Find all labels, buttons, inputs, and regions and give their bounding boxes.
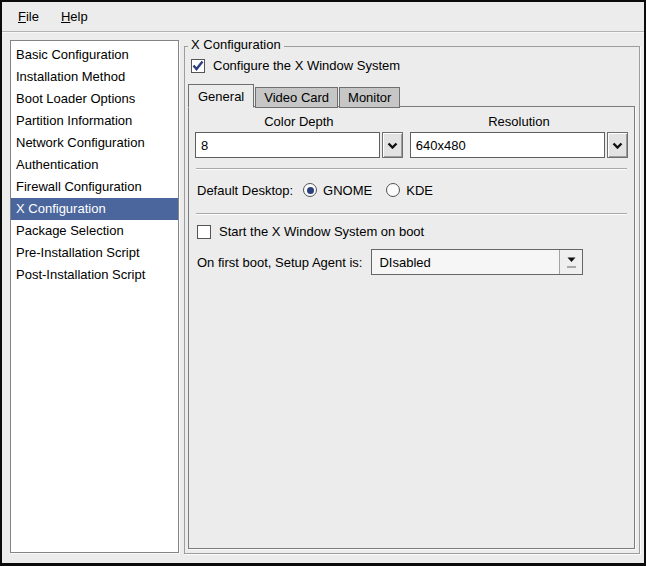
configure-x-row: Configure the X Window System: [191, 58, 400, 73]
color-depth-label: Color Depth: [195, 114, 403, 129]
tab-general[interactable]: General: [188, 84, 254, 108]
section-list: Basic Configuration Installation Method …: [10, 40, 179, 553]
menu-file[interactable]: File: [7, 6, 50, 27]
depth-resolution-row: Color Depth 8 Resolution: [195, 112, 628, 158]
tab-video-card[interactable]: Video Card: [255, 87, 338, 108]
sidebar-item-authentication[interactable]: Authentication: [11, 154, 178, 176]
arrow-down-icon: [567, 257, 576, 263]
configure-x-label: Configure the X Window System: [213, 58, 400, 73]
tab-strip: General Video Card Monitor: [188, 81, 635, 107]
kde-radio-label: KDE: [406, 183, 433, 198]
start-x-label: Start the X Window System on boot: [219, 224, 424, 239]
color-depth-dropdown-button[interactable]: [382, 132, 403, 158]
menu-file-label: ile: [26, 9, 39, 24]
color-depth-value[interactable]: 8: [195, 132, 380, 158]
sidebar-item-post-installation-script[interactable]: Post-Installation Script: [11, 264, 178, 286]
color-depth-combo: 8: [195, 132, 403, 158]
frame-title: X Configuration: [188, 37, 284, 52]
separator: [196, 213, 627, 215]
resolution-combo: 640x480: [410, 132, 628, 158]
tab-monitor[interactable]: Monitor: [339, 87, 400, 108]
default-desktop-label: Default Desktop:: [197, 183, 293, 198]
default-desktop-row: Default Desktop: GNOME KDE: [195, 177, 628, 203]
x-configuration-frame: X Configuration Configure the X Window S…: [184, 46, 640, 554]
gnome-radio[interactable]: [303, 183, 317, 197]
x-config-notebook: General Video Card Monitor Color Depth 8: [188, 81, 635, 549]
sidebar-item-x-configuration[interactable]: X Configuration: [11, 198, 178, 220]
sidebar-item-basic-configuration[interactable]: Basic Configuration: [11, 44, 178, 66]
separator: [196, 168, 627, 170]
start-x-checkbox[interactable]: [197, 225, 211, 239]
setup-agent-dropdown[interactable]: DIsabled: [371, 249, 583, 275]
resolution-label: Resolution: [410, 114, 628, 129]
setup-agent-row: On first boot, Setup Agent is: DIsabled: [195, 249, 628, 275]
setup-agent-label: On first boot, Setup Agent is:: [197, 255, 362, 270]
start-x-row: Start the X Window System on boot: [195, 224, 628, 239]
menu-help[interactable]: Help: [50, 6, 99, 27]
general-tab-page: Color Depth 8 Resolution: [188, 106, 635, 549]
sidebar-item-installation-method[interactable]: Installation Method: [11, 66, 178, 88]
color-depth-group: Color Depth 8: [195, 112, 403, 158]
menu-file-accel: F: [18, 9, 26, 24]
sidebar-item-firewall-configuration[interactable]: Firewall Configuration: [11, 176, 178, 198]
sidebar-item-package-selection[interactable]: Package Selection: [11, 220, 178, 242]
configure-x-checkbox[interactable]: [191, 59, 205, 73]
gnome-radio-label: GNOME: [323, 183, 372, 198]
resolution-group: Resolution 640x480: [410, 112, 628, 158]
resolution-dropdown-button[interactable]: [607, 132, 628, 158]
resolution-value[interactable]: 640x480: [410, 132, 605, 158]
option-menu-indicator: [559, 250, 582, 274]
kde-radio-option[interactable]: KDE: [386, 183, 433, 198]
menu-bar: File Help: [2, 2, 644, 32]
menu-help-label: elp: [70, 9, 87, 24]
chevron-down-icon: [387, 142, 398, 149]
sidebar-item-network-configuration[interactable]: Network Configuration: [11, 132, 178, 154]
kde-radio[interactable]: [386, 183, 400, 197]
chevron-down-icon: [612, 142, 623, 149]
gnome-radio-option[interactable]: GNOME: [303, 183, 372, 198]
kickstart-configurator-window: File Help Basic Configuration Installati…: [0, 0, 646, 566]
menu-help-accel: H: [61, 9, 70, 24]
check-icon: [192, 60, 204, 71]
radio-selected-dot-icon: [307, 187, 314, 194]
setup-agent-value: DIsabled: [372, 250, 559, 274]
sidebar-item-pre-installation-script[interactable]: Pre-Installation Script: [11, 242, 178, 264]
option-menu-dash-icon: [567, 266, 576, 268]
sidebar-item-boot-loader-options[interactable]: Boot Loader Options: [11, 88, 178, 110]
sidebar-item-partition-information[interactable]: Partition Information: [11, 110, 178, 132]
